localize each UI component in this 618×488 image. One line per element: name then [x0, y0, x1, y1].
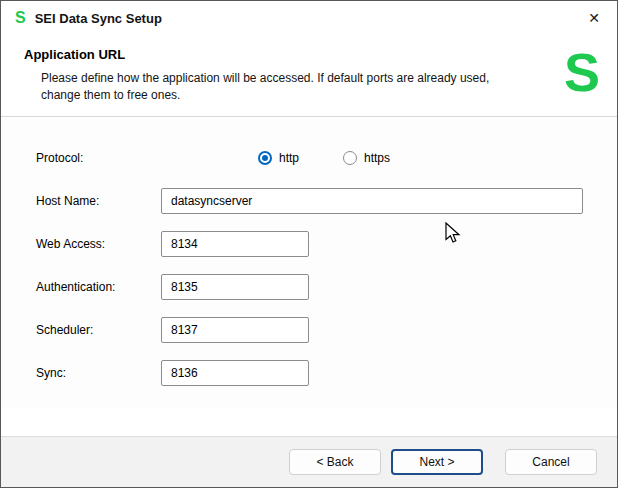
sync-label: Sync: [36, 366, 161, 380]
radio-https-control[interactable] [343, 151, 357, 165]
app-icon: S [15, 10, 26, 26]
setup-window: S SEI Data Sync Setup ✕ Application URL … [0, 0, 618, 488]
radio-http-label: http [279, 151, 299, 165]
authentication-label: Authentication: [36, 280, 161, 294]
radio-http-control[interactable] [258, 151, 272, 165]
host-name-row: Host Name: [36, 188, 617, 214]
form-body: Protocol: http https Host Name: Web Acce… [1, 117, 617, 409]
radio-option-http[interactable]: http [258, 151, 299, 165]
web-access-port-input[interactable] [161, 231, 309, 257]
cancel-button[interactable]: Cancel [505, 449, 597, 475]
protocol-row: Protocol: http https [36, 145, 617, 171]
sync-row: Sync: [36, 360, 617, 386]
scheduler-label: Scheduler: [36, 323, 161, 337]
close-icon[interactable]: ✕ [571, 1, 617, 35]
host-name-label: Host Name: [36, 194, 161, 208]
next-button[interactable]: Next > [391, 449, 483, 475]
protocol-label: Protocol: [36, 151, 161, 165]
scheduler-row: Scheduler: [36, 317, 617, 343]
web-access-row: Web Access: [36, 231, 617, 257]
page-title: Application URL [24, 47, 527, 62]
host-name-input[interactable] [161, 188, 583, 214]
web-access-label: Web Access: [36, 237, 161, 251]
radio-option-https[interactable]: https [343, 151, 390, 165]
authentication-row: Authentication: [36, 274, 617, 300]
sync-port-input[interactable] [161, 360, 309, 386]
radio-https-label: https [364, 151, 390, 165]
back-button[interactable]: < Back [289, 449, 381, 475]
authentication-port-input[interactable] [161, 274, 309, 300]
titlebar[interactable]: S SEI Data Sync Setup ✕ [1, 1, 617, 35]
page-description: Please define how the application will b… [41, 70, 496, 104]
wizard-header: Application URL Please define how the ap… [1, 35, 617, 117]
sei-logo: S [564, 47, 600, 98]
footer-bar: < Back Next > Cancel [1, 436, 617, 487]
scheduler-port-input[interactable] [161, 317, 309, 343]
window-title: SEI Data Sync Setup [35, 11, 162, 26]
